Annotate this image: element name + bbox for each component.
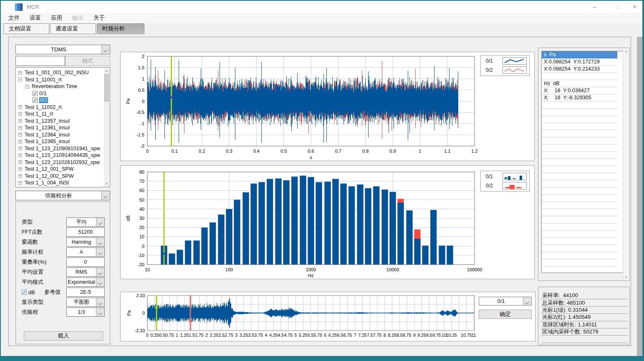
tab-时频分析[interactable]: 时频分析: [97, 23, 144, 34]
tree-item[interactable]: +Test 1_123_210914094435_spw: [18, 152, 110, 159]
chevron-down-icon[interactable]: [96, 218, 104, 226]
readout-row[interactable]: X: 16 Y:0.039427: [542, 87, 617, 94]
readout-row[interactable]: [542, 180, 617, 187]
expand-icon[interactable]: +: [18, 160, 22, 164]
readout-row[interactable]: [542, 144, 617, 151]
legend-item[interactable]: 0/1: [481, 172, 529, 181]
readout-scrollbar[interactable]: ▲ ▼: [623, 48, 629, 280]
tree-item[interactable]: +Test 1_12364_insul: [18, 131, 110, 139]
channel-checkbox[interactable]: ✓: [33, 91, 38, 96]
scroll-up-icon[interactable]: ▲: [623, 48, 629, 54]
overview-channel-select[interactable]: 0/1: [479, 297, 532, 305]
expand-icon[interactable]: +: [18, 154, 22, 157]
readout-row[interactable]: [542, 73, 617, 80]
readout-row[interactable]: [542, 166, 617, 173]
tree-item[interactable]: +Test 1_25度0: [18, 187, 110, 188]
chevron-down-icon[interactable]: [96, 238, 104, 246]
collapse-icon[interactable]: −: [18, 78, 22, 81]
tree-item[interactable]: +Test 1_123_210908101941_spw: [18, 145, 110, 152]
scroll-up-icon[interactable]: ▲: [104, 68, 109, 73]
readout-row[interactable]: [542, 216, 617, 223]
expand-icon[interactable]: +: [18, 167, 22, 171]
readout-row[interactable]: [542, 173, 617, 180]
expand-icon[interactable]: +: [18, 105, 22, 109]
readout-row[interactable]: [542, 245, 617, 252]
maximize-button[interactable]: □: [608, 1, 627, 13]
form-select-8[interactable]: 平面图: [66, 298, 105, 307]
chevron-down-icon[interactable]: [101, 45, 110, 54]
expand-icon[interactable]: +: [18, 112, 22, 116]
tree-item[interactable]: −Test 1_11001_rt: [18, 76, 110, 83]
form-select-6[interactable]: Exponential: [66, 278, 105, 287]
tree-item[interactable]: +Test 1_12_001_SPW: [18, 166, 110, 173]
scroll-down-icon[interactable]: ▼: [623, 275, 629, 280]
expand-icon[interactable]: +: [18, 140, 22, 144]
tree-item[interactable]: +Test 1_11_rt: [18, 111, 110, 118]
chevron-down-icon[interactable]: [96, 278, 104, 286]
file-tree[interactable]: +Test 1_001_001_002_INSU−Test 1_11001_rt…: [15, 67, 110, 187]
legend-item[interactable]: 0/2: [481, 66, 529, 75]
expand-icon[interactable]: +: [18, 119, 22, 123]
readout-row[interactable]: X:0.088254 Y:0.214233: [542, 66, 617, 73]
readout-row[interactable]: [542, 188, 617, 195]
menu-item-1[interactable]: 设置: [25, 13, 46, 23]
tree-item[interactable]: −Reverberation Time: [18, 83, 110, 90]
collapse-icon[interactable]: −: [25, 85, 29, 88]
readout-row[interactable]: [542, 152, 617, 159]
form-select-2[interactable]: Hanning: [66, 237, 105, 247]
tab-通道设置[interactable]: 通道设置: [50, 23, 96, 34]
chevron-down-icon[interactable]: [101, 191, 110, 200]
readout-row[interactable]: [542, 202, 617, 209]
readout-row[interactable]: [542, 259, 617, 266]
readout-row[interactable]: [542, 137, 617, 144]
readout-row[interactable]: [542, 159, 617, 166]
expand-icon[interactable]: +: [18, 126, 22, 130]
legend-item[interactable]: 0/1: [481, 56, 529, 66]
menu-item-3[interactable]: 输出: [67, 13, 88, 23]
form-select-9[interactable]: 1/3: [66, 308, 105, 317]
expand-icon[interactable]: +: [18, 71, 22, 75]
load-button[interactable]: 载入: [24, 331, 103, 341]
db-checkbox[interactable]: ✓: [22, 290, 27, 295]
readout-header[interactable]: s Pa: [542, 51, 617, 58]
chevron-down-icon[interactable]: [96, 268, 104, 276]
readout-list[interactable]: s PaX:0.088254 Y:0.172729X:0.088254 Y:0.…: [541, 51, 624, 273]
readout-row[interactable]: [542, 123, 617, 130]
tree-item[interactable]: +Test 1_12357_insul: [18, 118, 110, 125]
confirm-button[interactable]: 确定: [479, 310, 532, 319]
readout-row[interactable]: [542, 238, 617, 245]
chevron-down-icon[interactable]: [96, 298, 104, 306]
readout-row[interactable]: [542, 224, 617, 231]
menu-item-4[interactable]: 关于: [88, 13, 110, 23]
form-select-3[interactable]: A: [66, 247, 105, 257]
form-input-7[interactable]: 2E-5: [66, 288, 105, 297]
tree-item[interactable]: +Test 1_12365_insul: [18, 138, 110, 145]
readout-row[interactable]: Hz dB: [542, 80, 617, 87]
expand-icon[interactable]: +: [18, 181, 22, 185]
form-input-4[interactable]: 0: [66, 257, 105, 267]
chevron-down-icon[interactable]: [96, 308, 104, 316]
tab-文档设置[interactable]: 文档设置: [3, 23, 49, 34]
readout-row[interactable]: [542, 252, 617, 259]
readout-row[interactable]: [542, 109, 617, 116]
tree-item[interactable]: +Test 1_12361_insul: [18, 124, 110, 131]
menu-item-2[interactable]: 应用: [46, 13, 67, 23]
octave-spectrum-chart[interactable]: 80706050403020100-10-2010100100010000100…: [121, 166, 535, 280]
tree-item[interactable]: +Test 1_001_001_002_INSU: [18, 69, 110, 76]
form-input-1[interactable]: 51200: [66, 227, 105, 237]
form-select-0[interactable]: 平均: [66, 217, 105, 227]
chevron-down-icon[interactable]: [523, 297, 531, 305]
expand-icon[interactable]: +: [18, 174, 22, 178]
menu-item-0[interactable]: 文件: [3, 13, 25, 23]
expand-icon[interactable]: +: [18, 133, 22, 136]
legend-item[interactable]: 0/2: [481, 181, 529, 190]
tree-item[interactable]: ✓0/2: [18, 97, 110, 104]
tree-item[interactable]: +Test 1_12_002_SPW: [18, 173, 110, 180]
chevron-down-icon[interactable]: [96, 248, 104, 256]
readout-row[interactable]: [542, 209, 617, 216]
scroll-down-icon[interactable]: ▼: [104, 181, 109, 187]
readout-row[interactable]: X: 16 Y:-8.329305: [542, 94, 617, 101]
readout-row[interactable]: [542, 101, 617, 109]
channel-checkbox[interactable]: ✓: [33, 98, 38, 103]
analysis-type-select[interactable]: 倍频程分析: [15, 191, 110, 200]
